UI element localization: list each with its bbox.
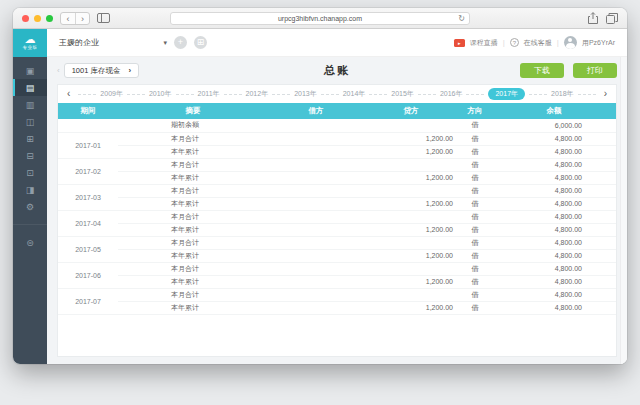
timeline-year[interactable]: 2013年 [294, 89, 317, 99]
debit-cell [268, 288, 364, 301]
table-row: 2017-05本月合计借4,800.00 [58, 236, 616, 249]
sidebar-item-voucher[interactable]: ▣ [13, 62, 47, 79]
close-window-button[interactable] [22, 15, 29, 22]
sidebar-item-settings[interactable]: ⚙ [13, 198, 47, 215]
sidebar-item-funds[interactable]: ◫ [13, 113, 47, 130]
debit-cell [268, 119, 364, 132]
back-icon[interactable]: ‹ [61, 13, 75, 24]
summary-cell: 本月合计 [118, 158, 268, 171]
balance-cell: 4,800.00 [492, 145, 616, 158]
summary-cell: 本月合计 [118, 210, 268, 223]
timeline-year[interactable]: 2012年 [246, 89, 269, 99]
timeline-year[interactable]: 2018年 [551, 89, 574, 99]
divider: | [503, 38, 505, 47]
credit-cell: 1,200.00 [364, 301, 458, 314]
timeline-year[interactable]: 2014年 [343, 89, 366, 99]
timeline-year[interactable]: 2016年 [440, 89, 463, 99]
timeline-dash [369, 94, 387, 95]
direction-cell: 借 [458, 158, 492, 171]
timeline-dash [578, 94, 596, 95]
table-row: 本年累计1,200.00借4,800.00 [58, 301, 616, 314]
credit-cell [364, 119, 458, 132]
tabs-overview-icon[interactable] [606, 13, 618, 24]
direction-cell: 借 [458, 197, 492, 210]
share-icon[interactable] [588, 12, 598, 24]
reports-icon: ▥ [26, 100, 35, 110]
balance-cell: 4,800.00 [492, 158, 616, 171]
timeline-year[interactable]: 2011年 [198, 89, 220, 99]
table-row: 2017-01本月合计1,200.00借4,800.00 [58, 132, 616, 145]
debit-cell [268, 275, 364, 288]
avatar[interactable] [564, 36, 577, 49]
timeline-prev-icon[interactable]: ‹ [63, 86, 74, 102]
balance-cell: 4,800.00 [492, 184, 616, 197]
table-row: 本年累计1,200.00借4,800.00 [58, 145, 616, 158]
table-row: 2017-02本月合计借4,800.00 [58, 158, 616, 171]
timeline-dash [272, 94, 290, 95]
prev-account-icon[interactable]: ‹ [57, 66, 60, 75]
account-selector[interactable]: 1001 库存现金 › [64, 63, 139, 78]
period-cell: 2017-07 [58, 288, 118, 314]
live-link[interactable]: 课程直播 [470, 38, 498, 48]
chevron-down-icon: ▾ [163, 39, 167, 47]
sidebar-item-reports[interactable]: ▥ [13, 96, 47, 113]
voucher-icon: ▣ [26, 66, 35, 76]
sidebar-item-ledger[interactable]: ▤ [13, 79, 47, 96]
credit-cell: 1,200.00 [364, 197, 458, 210]
download-button[interactable]: 下载 [520, 63, 564, 78]
sidebar-item-invoice[interactable]: ⊟ [13, 147, 47, 164]
column-header: 借方 [268, 103, 364, 119]
timeline-year[interactable]: 2010年 [149, 89, 172, 99]
timeline-year-selected[interactable]: 2017年 [488, 88, 525, 100]
settings-icon: ⚙ [26, 202, 34, 212]
browser-toolbar: ‹ › urpcg3hibfvn.chanapp.com ↻ [13, 8, 627, 29]
summary-cell: 本月合计 [118, 288, 268, 301]
summary-cell: 本年累计 [118, 197, 268, 210]
app-body: ▣▤▥◫⊞⊟⊡◨⚙⊜ ‹ 1001 库存现金 › 总账 下载 打印 ‹ 2009… [13, 57, 627, 364]
direction-cell: 借 [458, 171, 492, 184]
minimize-window-button[interactable] [34, 15, 41, 22]
direction-cell: 借 [458, 236, 492, 249]
page-title: 总账 [324, 63, 350, 78]
year-timeline: ‹ 2009年2010年2011年2012年2013年2014年2015年201… [58, 85, 616, 103]
column-header: 方向 [458, 103, 492, 119]
sidebar-item-salary[interactable]: ⊡ [13, 164, 47, 181]
balance-cell: 4,800.00 [492, 301, 616, 314]
table-row: 2017-04本月合计借4,800.00 [58, 210, 616, 223]
timeline-dash [224, 94, 242, 95]
support-link[interactable]: 在线客服 [524, 38, 552, 48]
print-button[interactable]: 打印 [573, 63, 617, 78]
ledger-icon: ▤ [26, 83, 35, 93]
balance-cell: 4,800.00 [492, 236, 616, 249]
username[interactable]: 用Pz6YrAr [582, 38, 615, 48]
sidebar-item-checkout[interactable]: ⊜ [13, 234, 47, 251]
direction-cell: 借 [458, 119, 492, 132]
timeline-next-icon[interactable]: › [600, 86, 611, 102]
timeline-year[interactable]: 2015年 [391, 89, 414, 99]
cloud-logo-icon: ☁ [25, 34, 36, 45]
add-button[interactable]: + [174, 36, 187, 49]
column-header: 贷方 [364, 103, 458, 119]
debit-cell [268, 171, 364, 184]
balance-cell: 4,800.00 [492, 288, 616, 301]
table-row: 2017-07本月合计借4,800.00 [58, 288, 616, 301]
app-logo[interactable]: ☁ 专业版 [13, 29, 47, 57]
scrollbar[interactable] [620, 57, 627, 364]
reload-icon[interactable]: ↻ [458, 13, 465, 25]
direction-cell: 借 [458, 132, 492, 145]
sidebar-item-assets[interactable]: ⊞ [13, 130, 47, 147]
company-selector[interactable]: 王媛的企业 ▾ [59, 37, 167, 48]
address-bar[interactable]: urpcg3hibfvn.chanapp.com ↻ [170, 12, 470, 25]
zoom-window-button[interactable] [46, 15, 53, 22]
edition-label: 专业版 [23, 46, 38, 51]
table-row: 期初余额借6,000.00 [58, 119, 616, 132]
apps-grid-button[interactable]: ⊞ [194, 36, 207, 49]
credit-cell [364, 288, 458, 301]
forward-icon[interactable]: › [75, 13, 89, 24]
url-text: urpcg3hibfvn.chanapp.com [278, 15, 362, 22]
debit-cell [268, 158, 364, 171]
timeline-year[interactable]: 2009年 [100, 89, 123, 99]
sidebar-item-inventory[interactable]: ◨ [13, 181, 47, 198]
sidebar-toggle-icon[interactable] [97, 13, 110, 23]
next-account-icon[interactable]: › [128, 66, 131, 75]
